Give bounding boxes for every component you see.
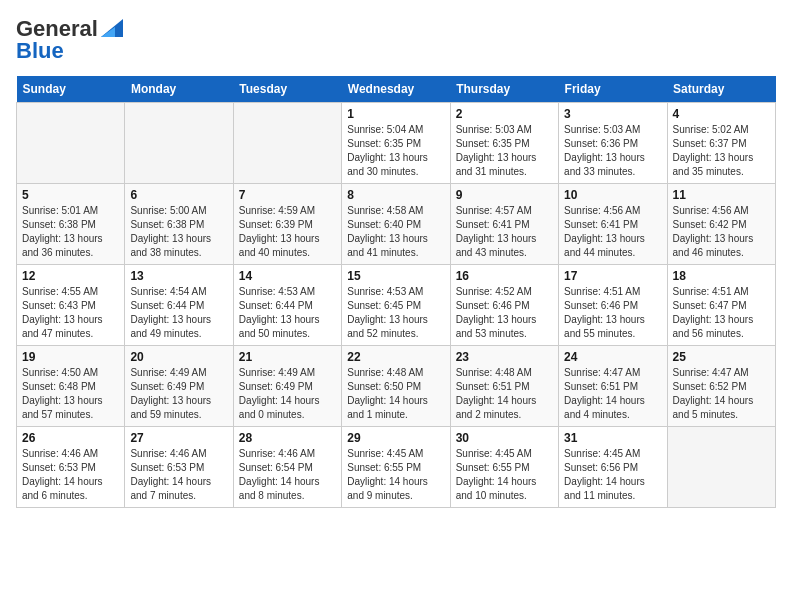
calendar-cell: 16Sunrise: 4:52 AMSunset: 6:46 PMDayligh… (450, 265, 558, 346)
week-row-5: 26Sunrise: 4:46 AMSunset: 6:53 PMDayligh… (17, 427, 776, 508)
day-number: 13 (130, 269, 227, 283)
day-number: 15 (347, 269, 444, 283)
day-number: 17 (564, 269, 661, 283)
day-info: Sunrise: 4:57 AMSunset: 6:41 PMDaylight:… (456, 204, 553, 260)
page-header: General Blue (16, 16, 776, 64)
day-number: 1 (347, 107, 444, 121)
day-info: Sunrise: 4:55 AMSunset: 6:43 PMDaylight:… (22, 285, 119, 341)
calendar-cell: 28Sunrise: 4:46 AMSunset: 6:54 PMDayligh… (233, 427, 341, 508)
day-number: 8 (347, 188, 444, 202)
logo-blue-text: Blue (16, 38, 64, 64)
calendar-cell: 25Sunrise: 4:47 AMSunset: 6:52 PMDayligh… (667, 346, 775, 427)
calendar-cell: 17Sunrise: 4:51 AMSunset: 6:46 PMDayligh… (559, 265, 667, 346)
day-info: Sunrise: 4:56 AMSunset: 6:41 PMDaylight:… (564, 204, 661, 260)
day-info: Sunrise: 4:48 AMSunset: 6:50 PMDaylight:… (347, 366, 444, 422)
day-info: Sunrise: 5:03 AMSunset: 6:35 PMDaylight:… (456, 123, 553, 179)
day-info: Sunrise: 4:46 AMSunset: 6:53 PMDaylight:… (130, 447, 227, 503)
day-number: 5 (22, 188, 119, 202)
day-info: Sunrise: 4:54 AMSunset: 6:44 PMDaylight:… (130, 285, 227, 341)
day-number: 6 (130, 188, 227, 202)
day-number: 11 (673, 188, 770, 202)
day-number: 31 (564, 431, 661, 445)
calendar-cell: 19Sunrise: 4:50 AMSunset: 6:48 PMDayligh… (17, 346, 125, 427)
calendar-cell: 4Sunrise: 5:02 AMSunset: 6:37 PMDaylight… (667, 103, 775, 184)
calendar-cell: 15Sunrise: 4:53 AMSunset: 6:45 PMDayligh… (342, 265, 450, 346)
calendar-cell: 22Sunrise: 4:48 AMSunset: 6:50 PMDayligh… (342, 346, 450, 427)
calendar-cell: 20Sunrise: 4:49 AMSunset: 6:49 PMDayligh… (125, 346, 233, 427)
day-number: 14 (239, 269, 336, 283)
calendar-cell: 13Sunrise: 4:54 AMSunset: 6:44 PMDayligh… (125, 265, 233, 346)
day-number: 28 (239, 431, 336, 445)
calendar-cell: 11Sunrise: 4:56 AMSunset: 6:42 PMDayligh… (667, 184, 775, 265)
calendar-cell (233, 103, 341, 184)
day-number: 18 (673, 269, 770, 283)
calendar-cell (125, 103, 233, 184)
calendar-cell: 23Sunrise: 4:48 AMSunset: 6:51 PMDayligh… (450, 346, 558, 427)
day-number: 10 (564, 188, 661, 202)
day-info: Sunrise: 5:04 AMSunset: 6:35 PMDaylight:… (347, 123, 444, 179)
day-info: Sunrise: 4:53 AMSunset: 6:44 PMDaylight:… (239, 285, 336, 341)
weekday-header-saturday: Saturday (667, 76, 775, 103)
logo: General Blue (16, 16, 123, 64)
day-number: 22 (347, 350, 444, 364)
day-number: 21 (239, 350, 336, 364)
day-info: Sunrise: 4:49 AMSunset: 6:49 PMDaylight:… (130, 366, 227, 422)
day-info: Sunrise: 5:03 AMSunset: 6:36 PMDaylight:… (564, 123, 661, 179)
calendar-cell: 31Sunrise: 4:45 AMSunset: 6:56 PMDayligh… (559, 427, 667, 508)
calendar-cell: 21Sunrise: 4:49 AMSunset: 6:49 PMDayligh… (233, 346, 341, 427)
calendar-cell: 1Sunrise: 5:04 AMSunset: 6:35 PMDaylight… (342, 103, 450, 184)
day-info: Sunrise: 4:45 AMSunset: 6:55 PMDaylight:… (347, 447, 444, 503)
day-number: 3 (564, 107, 661, 121)
day-number: 23 (456, 350, 553, 364)
calendar-cell: 27Sunrise: 4:46 AMSunset: 6:53 PMDayligh… (125, 427, 233, 508)
day-number: 19 (22, 350, 119, 364)
day-number: 4 (673, 107, 770, 121)
day-number: 12 (22, 269, 119, 283)
week-row-2: 5Sunrise: 5:01 AMSunset: 6:38 PMDaylight… (17, 184, 776, 265)
day-info: Sunrise: 4:50 AMSunset: 6:48 PMDaylight:… (22, 366, 119, 422)
day-number: 24 (564, 350, 661, 364)
calendar-cell: 14Sunrise: 4:53 AMSunset: 6:44 PMDayligh… (233, 265, 341, 346)
calendar-cell: 3Sunrise: 5:03 AMSunset: 6:36 PMDaylight… (559, 103, 667, 184)
day-number: 30 (456, 431, 553, 445)
calendar-cell: 26Sunrise: 4:46 AMSunset: 6:53 PMDayligh… (17, 427, 125, 508)
week-row-1: 1Sunrise: 5:04 AMSunset: 6:35 PMDaylight… (17, 103, 776, 184)
day-info: Sunrise: 5:00 AMSunset: 6:38 PMDaylight:… (130, 204, 227, 260)
day-info: Sunrise: 4:46 AMSunset: 6:53 PMDaylight:… (22, 447, 119, 503)
week-row-3: 12Sunrise: 4:55 AMSunset: 6:43 PMDayligh… (17, 265, 776, 346)
day-info: Sunrise: 4:45 AMSunset: 6:56 PMDaylight:… (564, 447, 661, 503)
day-number: 16 (456, 269, 553, 283)
day-number: 27 (130, 431, 227, 445)
weekday-header-friday: Friday (559, 76, 667, 103)
day-info: Sunrise: 4:47 AMSunset: 6:51 PMDaylight:… (564, 366, 661, 422)
logo-icon (101, 19, 123, 37)
calendar-cell: 24Sunrise: 4:47 AMSunset: 6:51 PMDayligh… (559, 346, 667, 427)
calendar-cell: 29Sunrise: 4:45 AMSunset: 6:55 PMDayligh… (342, 427, 450, 508)
calendar-cell: 7Sunrise: 4:59 AMSunset: 6:39 PMDaylight… (233, 184, 341, 265)
day-number: 9 (456, 188, 553, 202)
weekday-header-tuesday: Tuesday (233, 76, 341, 103)
calendar-cell: 12Sunrise: 4:55 AMSunset: 6:43 PMDayligh… (17, 265, 125, 346)
calendar-cell: 2Sunrise: 5:03 AMSunset: 6:35 PMDaylight… (450, 103, 558, 184)
calendar-cell (667, 427, 775, 508)
day-number: 7 (239, 188, 336, 202)
day-info: Sunrise: 4:51 AMSunset: 6:46 PMDaylight:… (564, 285, 661, 341)
day-info: Sunrise: 4:48 AMSunset: 6:51 PMDaylight:… (456, 366, 553, 422)
calendar-cell: 5Sunrise: 5:01 AMSunset: 6:38 PMDaylight… (17, 184, 125, 265)
day-info: Sunrise: 4:46 AMSunset: 6:54 PMDaylight:… (239, 447, 336, 503)
calendar-cell: 6Sunrise: 5:00 AMSunset: 6:38 PMDaylight… (125, 184, 233, 265)
day-info: Sunrise: 4:47 AMSunset: 6:52 PMDaylight:… (673, 366, 770, 422)
day-number: 26 (22, 431, 119, 445)
day-info: Sunrise: 4:58 AMSunset: 6:40 PMDaylight:… (347, 204, 444, 260)
day-info: Sunrise: 4:52 AMSunset: 6:46 PMDaylight:… (456, 285, 553, 341)
calendar-table: SundayMondayTuesdayWednesdayThursdayFrid… (16, 76, 776, 508)
calendar-cell (17, 103, 125, 184)
day-info: Sunrise: 5:01 AMSunset: 6:38 PMDaylight:… (22, 204, 119, 260)
day-info: Sunrise: 4:53 AMSunset: 6:45 PMDaylight:… (347, 285, 444, 341)
day-number: 25 (673, 350, 770, 364)
day-info: Sunrise: 4:45 AMSunset: 6:55 PMDaylight:… (456, 447, 553, 503)
day-number: 2 (456, 107, 553, 121)
calendar-cell: 18Sunrise: 4:51 AMSunset: 6:47 PMDayligh… (667, 265, 775, 346)
weekday-header-thursday: Thursday (450, 76, 558, 103)
day-number: 20 (130, 350, 227, 364)
